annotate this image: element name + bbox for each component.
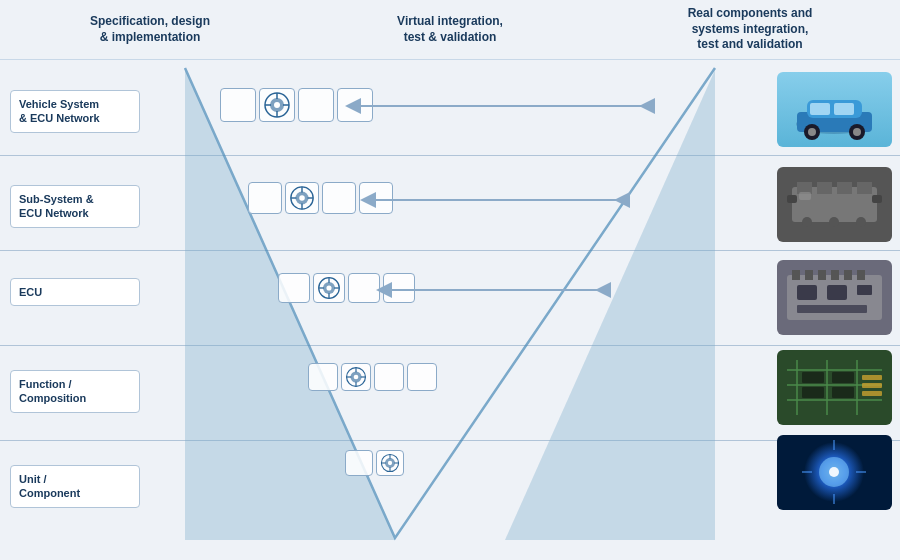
- block-item: [407, 363, 437, 391]
- image-circuit-board: [777, 350, 892, 425]
- header-col2: Virtual integration,test & validation: [350, 14, 550, 45]
- header-col1: Specification, design& implementation: [50, 14, 250, 45]
- target-icon: [317, 276, 341, 300]
- arrow-svg-row1: [345, 96, 655, 116]
- svg-point-47: [808, 128, 816, 136]
- component-svg: [777, 435, 892, 510]
- svg-point-60: [856, 217, 866, 227]
- ecu-svg: [777, 260, 892, 335]
- svg-rect-81: [802, 372, 824, 383]
- arrow-svg-row3: [376, 280, 611, 300]
- block-item: [220, 88, 256, 122]
- svg-point-58: [802, 217, 812, 227]
- block-target: [259, 88, 295, 122]
- svg-rect-69: [857, 270, 865, 280]
- block-target: [313, 273, 345, 303]
- svg-rect-86: [862, 383, 882, 388]
- block-item: [322, 182, 356, 214]
- image-engine: [777, 167, 892, 242]
- svg-point-59: [829, 217, 839, 227]
- arrow-svg-row2: [360, 190, 630, 210]
- svg-rect-87: [862, 391, 882, 396]
- svg-rect-55: [857, 182, 872, 194]
- image-car: [777, 72, 892, 147]
- image-ecu-module: [777, 260, 892, 335]
- label-vehicle-system: Vehicle System& ECU Network: [10, 90, 140, 133]
- svg-rect-71: [827, 285, 847, 300]
- label-subsystem: Sub-System &ECU Network: [10, 185, 140, 228]
- svg-point-20: [326, 285, 331, 290]
- svg-rect-73: [797, 305, 867, 313]
- svg-rect-67: [831, 270, 839, 280]
- board-svg: [777, 350, 892, 425]
- image-component: [777, 435, 892, 510]
- target-icon: [289, 185, 315, 211]
- svg-marker-1: [505, 70, 715, 540]
- row5-blocks: [345, 450, 404, 476]
- svg-rect-53: [817, 182, 832, 194]
- svg-rect-70: [797, 285, 817, 300]
- block-target: [341, 363, 371, 391]
- block-item: [345, 450, 373, 476]
- diagram-container: Specification, design& implementation Vi…: [0, 0, 900, 560]
- arrow-row1: [345, 96, 655, 116]
- row4-blocks: [308, 363, 437, 391]
- svg-rect-68: [844, 270, 852, 280]
- svg-rect-84: [832, 387, 854, 398]
- svg-rect-65: [805, 270, 813, 280]
- svg-rect-66: [818, 270, 826, 280]
- car-svg: [777, 72, 892, 147]
- block-item: [298, 88, 334, 122]
- left-labels: Vehicle System& ECU Network Sub-System &…: [0, 60, 175, 550]
- block-item: [374, 363, 404, 391]
- svg-point-91: [829, 467, 839, 477]
- header-col3: Real components andsystems integration,t…: [650, 6, 850, 53]
- svg-rect-85: [862, 375, 882, 380]
- svg-rect-56: [787, 195, 797, 203]
- label-unit-component: Unit /Component: [10, 465, 140, 508]
- svg-rect-64: [792, 270, 800, 280]
- block-target: [285, 182, 319, 214]
- arrow-row3: [376, 280, 611, 304]
- svg-point-28: [354, 375, 359, 380]
- label-function-composition: Function /Composition: [10, 370, 140, 413]
- target-icon: [263, 91, 291, 119]
- label-ecu: ECU: [10, 278, 140, 306]
- block-item: [248, 182, 282, 214]
- target-icon: [345, 366, 367, 388]
- svg-rect-83: [802, 387, 824, 398]
- svg-point-12: [299, 195, 305, 201]
- svg-rect-61: [799, 192, 811, 200]
- block-item: [278, 273, 310, 303]
- svg-rect-54: [837, 182, 852, 194]
- block-item: [308, 363, 338, 391]
- block-target: [376, 450, 404, 476]
- engine-svg: [777, 167, 892, 242]
- svg-rect-57: [872, 195, 882, 203]
- svg-rect-45: [834, 103, 854, 115]
- svg-rect-72: [857, 285, 872, 295]
- svg-point-49: [853, 128, 861, 136]
- svg-rect-44: [810, 103, 830, 115]
- svg-point-4: [274, 102, 280, 108]
- svg-rect-82: [832, 372, 854, 383]
- svg-point-35: [388, 461, 392, 465]
- arrow-row2: [360, 190, 630, 214]
- header-row: Specification, design& implementation Vi…: [0, 0, 900, 60]
- target-icon: [380, 453, 400, 473]
